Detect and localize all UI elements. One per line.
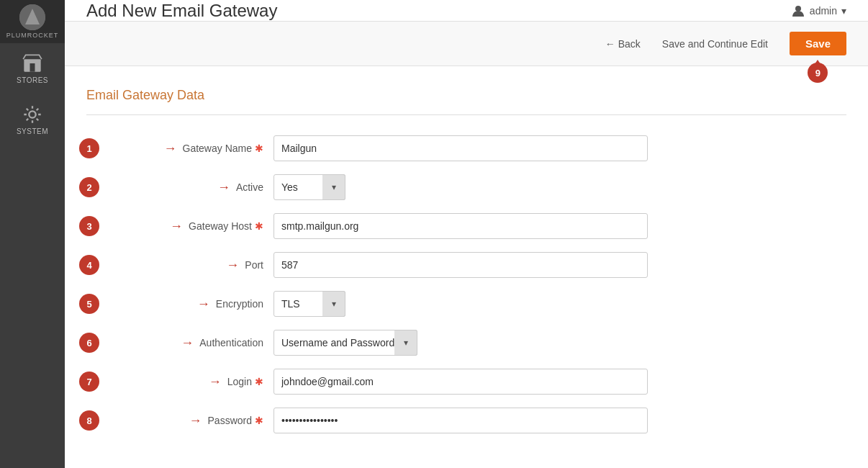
step-badge-6: 6 <box>79 333 99 353</box>
form-content: Email Gateway Data 1 → Gateway Name ✱ 2 … <box>65 66 868 468</box>
step-arrow-2: → <box>217 180 230 195</box>
stores-icon <box>22 53 42 73</box>
step-9-badge: 9 <box>808 63 828 83</box>
step-arrow-5: → <box>197 297 210 312</box>
step-indicator-6: 6 → <box>178 336 195 351</box>
required-star-8: ✱ <box>255 415 263 426</box>
step-badge-3: 3 <box>79 216 99 236</box>
form-row-gateway-host: 3 → Gateway Host ✱ <box>86 213 846 239</box>
toolbar: ← Back Save and Continue Edit Save 9 <box>65 22 868 66</box>
step-indicator-5: 5 → <box>194 297 212 312</box>
label-gateway-host: Gateway Host <box>189 220 252 232</box>
gateway-host-input[interactable] <box>273 213 648 239</box>
save-button-wrapper: Save 9 <box>790 32 846 55</box>
port-input[interactable] <box>273 252 648 278</box>
step-badge-4: 4 <box>79 255 99 275</box>
step-arrow-3: → <box>170 219 183 234</box>
step-badge-2: 2 <box>79 177 99 197</box>
label-login: Login <box>227 376 252 387</box>
step-arrow-6: → <box>181 336 194 351</box>
step-arrow-8: → <box>189 413 202 428</box>
step-badge-5: 5 <box>79 294 99 314</box>
authentication-select[interactable]: Username and Password None <box>273 330 417 356</box>
active-select-wrapper: Yes No ▾ <box>273 174 345 200</box>
admin-dropdown-arrow: ▾ <box>841 5 846 17</box>
sidebar-logo[interactable]: PLUMROCKET <box>0 0 65 43</box>
step-badge-7: 7 <box>79 372 99 392</box>
step-indicator-4: 4 → <box>223 258 240 273</box>
label-wrapper-5: 5 → Encryption <box>86 297 273 312</box>
step-badge-1: 1 <box>79 138 99 158</box>
svg-point-5 <box>795 6 801 12</box>
page-header: Add New Email Gateway admin ▾ <box>65 0 868 22</box>
active-select[interactable]: Yes No <box>273 174 345 200</box>
sidebar-item-stores-label: STORES <box>17 76 48 84</box>
save-continue-button[interactable]: Save and Continue Edit <box>655 34 775 54</box>
sidebar-item-stores[interactable]: STORES <box>0 43 65 94</box>
authentication-select-wrapper: Username and Password None ▾ <box>273 330 417 356</box>
main-content: Add New Email Gateway admin ▾ ← Back Sav… <box>65 0 868 468</box>
gateway-name-input[interactable] <box>273 135 648 161</box>
label-wrapper-4: 4 → Port <box>86 258 273 273</box>
label-wrapper-6: 6 → Authentication <box>86 336 273 351</box>
label-password: Password <box>208 415 252 426</box>
label-wrapper-2: 2 → Active <box>86 180 273 195</box>
form-row-encryption: 5 → Encryption TLS SSL None ▾ <box>86 291 846 317</box>
label-encryption: Encryption <box>216 298 263 310</box>
label-active: Active <box>236 181 263 193</box>
label-wrapper-3: 3 → Gateway Host ✱ <box>86 219 273 234</box>
save-button[interactable]: Save <box>790 32 846 55</box>
step-indicator-7: 7 → <box>206 374 223 390</box>
login-input[interactable] <box>273 369 648 395</box>
step-indicator-2: 2 → <box>214 180 232 195</box>
step-indicator-3: 3 → <box>167 219 184 234</box>
label-wrapper-7: 7 → Login ✱ <box>86 374 273 390</box>
label-authentication: Authentication <box>199 337 263 348</box>
label-gateway-name: Gateway Name <box>183 143 252 154</box>
required-star-7: ✱ <box>255 376 263 387</box>
form-row-password: 8 → Password ✱ <box>86 408 846 433</box>
required-star-3: ✱ <box>255 220 263 232</box>
system-icon <box>22 104 42 125</box>
step-badge-8: 8 <box>79 410 99 431</box>
user-menu[interactable]: admin ▾ <box>791 4 846 18</box>
step-arrow-4: → <box>226 258 239 273</box>
section-title: Email Gateway Data <box>86 88 846 103</box>
svg-rect-3 <box>30 63 35 72</box>
back-button[interactable]: ← Back <box>605 38 641 50</box>
password-input[interactable] <box>273 408 648 433</box>
admin-label: admin <box>810 5 837 17</box>
step-indicator-1: 1 → <box>161 141 178 156</box>
sidebar-logo-text: PLUMROCKET <box>6 32 59 39</box>
form-row-gateway-name: 1 → Gateway Name ✱ <box>86 135 846 161</box>
label-wrapper-1: 1 → Gateway Name ✱ <box>86 141 273 156</box>
form-row-port: 4 → Port <box>86 252 846 278</box>
section-divider <box>86 114 846 115</box>
form-row-login: 7 → Login ✱ <box>86 369 846 395</box>
encryption-select-wrapper: TLS SSL None ▾ <box>273 291 345 317</box>
step-arrow-1: → <box>164 141 177 156</box>
sidebar-item-system[interactable]: SYSTEM <box>0 94 65 145</box>
page-title: Add New Email Gateway <box>86 1 277 21</box>
form-row-authentication: 6 → Authentication Username and Password… <box>86 330 846 356</box>
encryption-select[interactable]: TLS SSL None <box>273 291 345 317</box>
plumrocket-logo-icon <box>19 4 45 30</box>
label-port: Port <box>245 259 263 271</box>
required-star-1: ✱ <box>255 143 263 154</box>
form-row-active: 2 → Active Yes No ▾ <box>86 174 846 200</box>
step-arrow-7: → <box>209 374 222 390</box>
step-indicator-8: 8 → <box>186 413 204 428</box>
svg-point-4 <box>29 111 35 117</box>
user-icon <box>791 4 805 18</box>
sidebar-item-system-label: SYSTEM <box>17 127 48 135</box>
sidebar: PLUMROCKET STORES SYSTEM <box>0 0 65 468</box>
label-wrapper-8: 8 → Password ✱ <box>86 413 273 428</box>
